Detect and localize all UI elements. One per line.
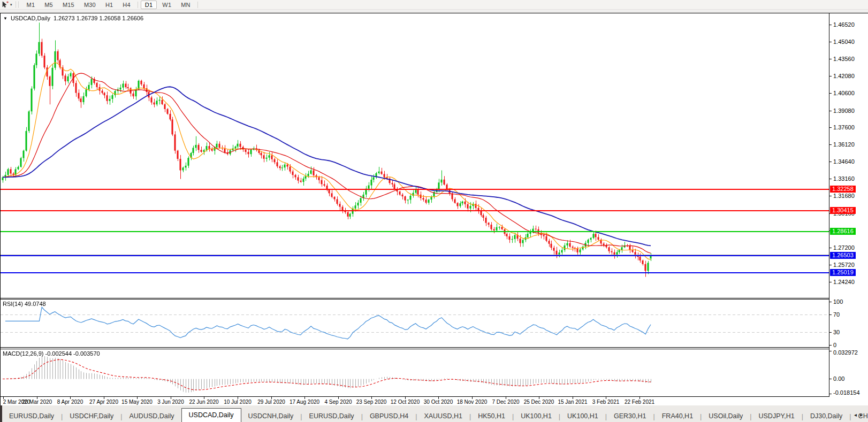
macd-label: MACD(12,26,9) -0.002544 -0.003570	[3, 350, 100, 357]
price-1.42080-tick	[829, 76, 832, 76]
macd-top-tick	[829, 351, 832, 351]
date-axis[interactable]: 2 Mar 202020 Mar 20208 Apr 202027 Apr 20…	[1, 397, 829, 405]
tab-xauusd-h1[interactable]: XAUUSD,H1	[417, 410, 469, 422]
tab-uk100-h1[interactable]: UK100,H1	[514, 410, 559, 422]
price-1.43560-tick	[829, 59, 832, 59]
price-axis-label: 1.33160	[833, 175, 855, 182]
date-axis-label: 3 Jun 2020	[157, 399, 184, 405]
price-axis-label: 1.27200	[833, 244, 855, 251]
rsi-axis-label: 30	[833, 329, 840, 335]
chart-ohlc-values: 1.26273 1.26739 1.26058 1.26606	[54, 15, 143, 21]
timeframe-button-w1[interactable]: W1	[158, 1, 176, 9]
price-axis-label: 1.34640	[833, 158, 855, 165]
date-axis-label: 10 Jul 2020	[224, 399, 252, 405]
date-axis-label: 18 Nov 2020	[457, 399, 488, 405]
price-1.27200-tick	[829, 248, 832, 248]
tab-usoil-daily[interactable]: USOil,Daily	[702, 410, 750, 422]
tab-usdchf-daily[interactable]: USDCHF,Daily	[63, 410, 120, 422]
support-resistance-line-1.26503-price-label: 1.26503	[830, 252, 856, 259]
collapse-caret-icon[interactable]: ▼	[3, 16, 7, 21]
timeframe-button-m1[interactable]: M1	[22, 1, 40, 9]
chart-title: ▼ USDCAD,Daily 1.26273 1.26739 1.26058 1…	[3, 15, 143, 21]
date-axis-label: 3 Feb 2021	[592, 399, 620, 405]
support-resistance-line-1.26503[interactable]	[1, 255, 829, 256]
support-resistance-line-1.28616[interactable]	[1, 231, 829, 232]
date-axis-label: 27 Apr 2020	[89, 399, 118, 405]
support-resistance-line-1.30415-price-label: 1.30415	[830, 207, 856, 214]
price-1.37600-tick	[829, 127, 832, 128]
tab-ger30-h1[interactable]: GER30,H1	[607, 410, 653, 422]
rsi-100-tick	[829, 302, 832, 302]
price-axis-label: 1.36120	[833, 141, 855, 148]
tab-uk100-h1[interactable]: UK100,H1	[560, 410, 605, 422]
timeframe-button-h4[interactable]: H4	[118, 1, 134, 9]
tab-scroll-right-icon[interactable]: ▸	[860, 412, 866, 418]
tab-usdcnh-daily[interactable]: USDCNH,Daily	[241, 410, 301, 422]
price-axis-label: 1.37600	[833, 124, 855, 131]
price-axis-label: 1.45040	[833, 39, 855, 45]
rsi-axis-label: 100	[833, 298, 843, 305]
date-axis-label: 15 May 2020	[121, 399, 153, 405]
rsi-0-tick	[829, 345, 832, 346]
price-axis-label: 1.39080	[833, 108, 855, 114]
timeframe-button-m30[interactable]: M30	[80, 1, 100, 9]
tab-gbpusd-h4[interactable]: GBPUSD,H4	[363, 410, 415, 422]
tab-dj30-daily[interactable]: DJ30,Daily	[803, 410, 849, 422]
rsi-label: RSI(14) 49.0748	[3, 301, 46, 307]
timeframe-button-h1[interactable]: H1	[101, 1, 117, 9]
price-axis-label: 1.46520	[833, 21, 855, 28]
date-axis-label: 4 Sep 2020	[324, 399, 352, 405]
date-axis-label: 29 Jul 2020	[257, 399, 285, 405]
symbol-tab-bar: EURUSD,Daily|USDCHF,Daily|AUDUSD,DailyUS…	[0, 405, 868, 422]
macd-bottom-tick	[829, 394, 832, 394]
date-axis-label: 8 Apr 2020	[57, 399, 83, 405]
price-1.40600-tick	[829, 93, 832, 94]
macd-canvas[interactable]	[1, 349, 829, 396]
support-resistance-line-1.28616-price-label: 1.28616	[830, 228, 856, 235]
price-1.46520-tick	[829, 25, 832, 25]
price-1.34640-tick	[829, 162, 832, 162]
date-axis-label: 25 Dec 2020	[524, 399, 554, 405]
tab-usdjpy-h1[interactable]: USDJPY,H1	[752, 410, 802, 422]
support-resistance-line-1.32258-price-label: 1.32258	[830, 186, 856, 193]
tab-audusd-daily[interactable]: AUDUSD,Daily	[123, 410, 181, 422]
timeframe-button-m15[interactable]: M15	[58, 1, 79, 9]
price-1.33160-tick	[829, 179, 832, 179]
price-1.24240-tick	[829, 282, 832, 282]
support-resistance-line-1.25019[interactable]	[1, 272, 829, 273]
support-resistance-line-1.25019-price-label: 1.25019	[830, 269, 856, 276]
date-axis-label: 23 Sep 2020	[356, 399, 387, 405]
timeframe-button-mn[interactable]: MN	[177, 1, 195, 9]
chevron-down-icon[interactable]: ▾	[10, 3, 12, 7]
rsi-pane[interactable]: RSI(14) 49.0748	[1, 299, 829, 348]
toolbar-separator	[197, 2, 198, 8]
date-axis-label: 22 Feb 2021	[625, 399, 654, 405]
tab-scroll-left-icon[interactable]: ◂	[854, 412, 860, 418]
macd-pane[interactable]: MACD(12,26,9) -0.002544 -0.003570	[1, 349, 829, 397]
tab-eurusd-daily[interactable]: EURUSD,Daily	[2, 410, 61, 422]
date-axis-label: 17 Aug 2020	[290, 399, 319, 405]
timeframe-toolbar: ▾ M1M5M15M30H1H4D1W1MN	[0, 0, 868, 10]
date-axis-label: 7 Dec 2020	[492, 399, 519, 405]
tab-usdcad-daily[interactable]: USDCAD,Daily	[181, 408, 241, 422]
price-1.36120-tick	[829, 144, 832, 145]
toolbar-grip	[16, 2, 19, 7]
chart-pointer-icon[interactable]	[2, 1, 9, 8]
price-axis[interactable]: 1.322581.304151.286161.265031.250191.465…	[829, 13, 868, 405]
price-axis-label: 1.40600	[833, 90, 855, 96]
macd-zero-tick	[829, 379, 832, 379]
price-axis-label: 1.42080	[833, 73, 855, 79]
timeframe-button-d1[interactable]: D1	[141, 1, 157, 9]
tab-eurusd-daily[interactable]: EURUSD,Daily	[302, 410, 361, 422]
toolbar-separator	[138, 2, 138, 8]
main-chart-pane[interactable]: ▼ USDCAD,Daily 1.26273 1.26739 1.26058 1…	[1, 13, 829, 298]
date-axis-label: 12 Oct 2020	[391, 399, 420, 405]
tab-scroll-arrows[interactable]: ◂▸	[854, 412, 866, 418]
timeframe-button-m5[interactable]: M5	[40, 1, 57, 9]
support-resistance-line-1.32258[interactable]	[1, 189, 829, 190]
support-resistance-line-1.30415[interactable]	[1, 210, 829, 211]
tab-fra40-h1[interactable]: FRA40,H1	[655, 410, 700, 422]
tab-hk50-h1[interactable]: HK50,H1	[471, 410, 512, 422]
rsi-canvas[interactable]	[1, 300, 829, 347]
price-axis-label: 1.43560	[833, 56, 855, 62]
